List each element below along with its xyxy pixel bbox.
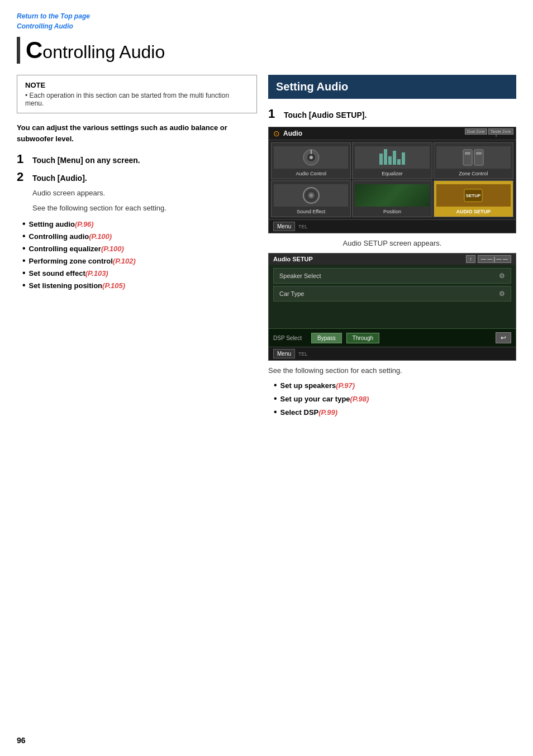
svg-text:SETUP: SETUP xyxy=(466,193,481,198)
equalizer-icon xyxy=(355,146,429,169)
thumb-zone: Dual Zone Tande Zone xyxy=(465,128,513,135)
right-bullet-2: Select DSP (P.99) xyxy=(274,407,516,417)
setup-status: — — | — — xyxy=(478,255,511,263)
step-2-number: 2 xyxy=(17,170,28,184)
car-type-label: Car Type xyxy=(279,290,304,297)
sound-effect-icon xyxy=(274,184,348,207)
right-bullet-link-2[interactable]: (P.99) xyxy=(318,408,337,417)
setting-audio-header: Setting Audio xyxy=(268,75,516,99)
right-bullet-list: Set up speakers (P.97) Set up your car t… xyxy=(274,380,516,417)
step-2: 2 Touch [Audio]. xyxy=(17,170,257,184)
audio-control-cell[interactable]: Audio Control xyxy=(271,142,351,179)
bullet-item-3: Performing zone control (P.102) xyxy=(22,256,257,266)
breadcrumb-line1[interactable]: Return to the Top page xyxy=(17,11,516,21)
setup-menu-items: Speaker Select ⚙ Car Type ⚙ xyxy=(269,265,516,328)
page-title-container: Controlling Audio xyxy=(17,37,516,64)
audio-icon: ⊙ xyxy=(273,129,280,138)
bullet-label-2: Controlling equalizer xyxy=(29,245,101,253)
bullet-item-2: Controlling equalizer (P.100) xyxy=(22,243,257,253)
step-1: 1 Touch [Menu] on any screen. xyxy=(17,152,257,166)
note-text: • Each operation in this section can be … xyxy=(25,92,249,107)
bullet-link-0[interactable]: (P.96) xyxy=(75,220,94,228)
sound-effect-label: Sound Effect xyxy=(274,209,348,214)
screen-bottom-bar: Menu TEL xyxy=(269,219,516,233)
bullet-item-0: Setting audio (P.96) xyxy=(22,219,257,229)
left-column: NOTE • Each operation in this section ca… xyxy=(17,75,257,420)
note-box: NOTE • Each operation in this section ca… xyxy=(17,75,257,113)
dsp-bar: DSP Select Bypass Through ↩ xyxy=(269,328,516,347)
bullet-link-1[interactable]: (P.100) xyxy=(89,232,112,241)
bullet-link-3[interactable]: (P.102) xyxy=(113,257,136,265)
step-1-text: Touch [Menu] on any screen. xyxy=(32,156,140,165)
right-step-1-number: 1 xyxy=(268,107,279,121)
bullet-link-4[interactable]: (P.103) xyxy=(85,269,108,277)
right-bullet-link-0[interactable]: (P.97) xyxy=(336,381,355,390)
speaker-select-item[interactable]: Speaker Select ⚙ xyxy=(273,268,511,284)
setup-ctrl-btn[interactable]: ↑ xyxy=(466,255,475,263)
caption-1: Audio SETUP screen appears. xyxy=(268,239,516,247)
dsp-label: DSP Select xyxy=(273,335,307,341)
zone-control-label: Zone Control xyxy=(436,171,511,176)
zone-control-icon xyxy=(436,146,511,169)
svg-point-3 xyxy=(310,156,313,159)
audio-control-label: Audio Control xyxy=(274,171,348,176)
svg-rect-6 xyxy=(465,152,470,155)
page-number: 96 xyxy=(17,736,26,745)
screen-top-bar: ⊙ Audio Dual Zone Tande Zone — — | — — xyxy=(269,127,516,140)
tande-zone-btn[interactable]: Tande Zone xyxy=(488,128,513,135)
bullet-link-2[interactable]: (P.100) xyxy=(101,245,124,253)
bullet-list: Setting audio (P.96) Controlling audio (… xyxy=(22,219,257,290)
equalizer-cell[interactable]: Equalizer xyxy=(352,142,432,179)
setup-dsp-area xyxy=(273,304,511,325)
bypass-button[interactable]: Bypass xyxy=(311,333,342,343)
bullet-item-1: Controlling audio (P.100) xyxy=(22,231,257,241)
title-first-letter: C xyxy=(26,37,42,63)
position-cell[interactable]: Position xyxy=(352,180,432,217)
audio-setup-cell[interactable]: SETUP AUDIO SETUP xyxy=(434,180,513,217)
bullet-item-5: Set listening position (P.105) xyxy=(22,280,257,290)
setup-tel-label: TEL xyxy=(298,351,308,357)
car-type-item[interactable]: Car Type ⚙ xyxy=(273,286,511,302)
step-1-number: 1 xyxy=(17,152,28,166)
back-button[interactable]: ↩ xyxy=(496,332,511,343)
speaker-select-icon: ⚙ xyxy=(499,272,505,280)
audio-setup-label: AUDIO SETUP xyxy=(436,209,511,214)
position-icon xyxy=(355,184,429,207)
bullet-label-1: Controlling audio xyxy=(29,232,89,241)
setup-screen-title: Audio SETUP xyxy=(273,256,313,262)
step-2-text: Touch [Audio]. xyxy=(32,174,87,183)
right-bullet-label-1: Set up your car type xyxy=(280,395,350,403)
bullet-item-4: Set sound effect (P.103) xyxy=(22,268,257,278)
title-rest: ontrolling Audio xyxy=(42,42,165,62)
screen-title: Audio xyxy=(283,130,481,137)
position-label: Position xyxy=(355,209,429,214)
setup-menu-button[interactable]: Menu xyxy=(273,349,295,358)
right-bullet-link-1[interactable]: (P.98) xyxy=(350,395,369,403)
audio-screen: ⊙ Audio Dual Zone Tande Zone — — | — — xyxy=(268,127,516,233)
step-2-sub1: Audio screen appears. xyxy=(32,188,257,199)
right-step-1-text: Touch [Audio SETUP]. xyxy=(284,111,367,119)
step-2-sub2: See the following section for each setti… xyxy=(32,203,257,214)
setup-bottom-bar: Menu TEL xyxy=(269,347,516,360)
caption-2: See the following section for each setti… xyxy=(268,366,516,375)
bullet-label-3: Performing zone control xyxy=(29,257,113,265)
breadcrumb-line2[interactable]: Controlling Audio xyxy=(17,21,516,31)
sound-effect-cell[interactable]: Sound Effect xyxy=(271,180,351,217)
right-bullet-1: Set up your car type (P.98) xyxy=(274,394,516,404)
audio-menu-button[interactable]: Menu xyxy=(273,222,295,231)
audio-setup-icon: SETUP xyxy=(436,184,511,207)
zone-control-cell[interactable]: Zone Control xyxy=(434,142,513,179)
bullet-label-4: Set sound effect xyxy=(29,269,85,277)
through-button[interactable]: Through xyxy=(346,333,379,343)
bullet-link-5[interactable]: (P.105) xyxy=(102,281,125,290)
setup-top-bar: Audio SETUP ↑ — — | — — xyxy=(269,253,516,265)
note-title: NOTE xyxy=(25,81,249,89)
audio-tel-label: TEL xyxy=(298,224,308,229)
bullet-label-5: Set listening position xyxy=(29,281,102,290)
car-type-icon: ⚙ xyxy=(499,290,505,298)
audio-control-icon xyxy=(274,146,348,169)
right-bullet-0: Set up speakers (P.97) xyxy=(274,380,516,390)
right-step-1: 1 Touch [Audio SETUP]. xyxy=(268,107,516,121)
dual-zone-btn[interactable]: Dual Zone xyxy=(465,128,487,135)
bullet-label-0: Setting audio xyxy=(29,220,75,228)
